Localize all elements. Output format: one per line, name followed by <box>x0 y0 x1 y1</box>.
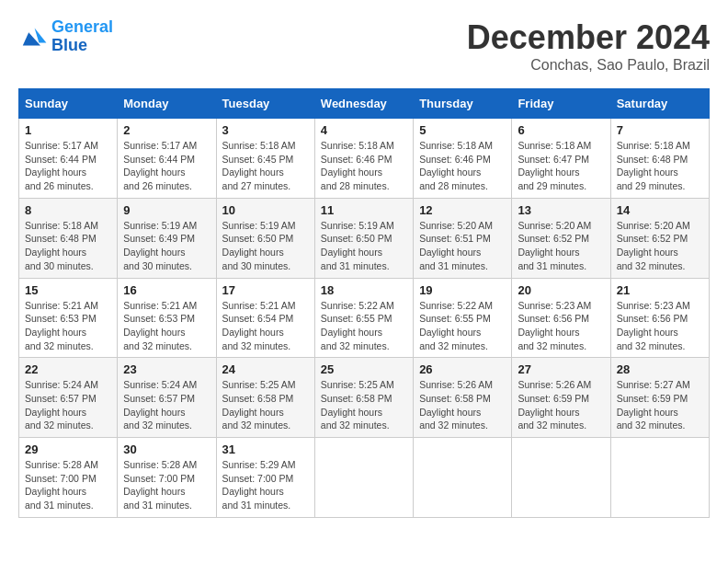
calendar-cell: 11 Sunrise: 5:19 AM Sunset: 6:50 PM Dayl… <box>314 198 413 278</box>
weekday-header-sunday: Sunday <box>19 89 118 119</box>
day-info: Sunrise: 5:20 AM Sunset: 6:52 PM Dayligh… <box>617 219 703 273</box>
weekday-header-wednesday: Wednesday <box>314 89 413 119</box>
day-number: 22 <box>25 362 111 376</box>
day-info: Sunrise: 5:18 AM Sunset: 6:48 PM Dayligh… <box>617 139 703 193</box>
day-info: Sunrise: 5:21 AM Sunset: 6:53 PM Dayligh… <box>123 299 210 353</box>
day-number: 2 <box>123 123 210 137</box>
calendar-cell: 16 Sunrise: 5:21 AM Sunset: 6:53 PM Dayl… <box>118 278 216 358</box>
calendar-cell: 15 Sunrise: 5:21 AM Sunset: 6:53 PM Dayl… <box>19 278 118 358</box>
day-number: 24 <box>222 362 309 376</box>
day-number: 27 <box>518 362 604 376</box>
day-number: 14 <box>617 203 703 217</box>
day-number: 25 <box>321 362 407 376</box>
calendar-table: SundayMondayTuesdayWednesdayThursdayFrid… <box>18 88 710 518</box>
calendar-cell: 4 Sunrise: 5:18 AM Sunset: 6:46 PM Dayli… <box>314 119 413 199</box>
calendar-cell: 21 Sunrise: 5:23 AM Sunset: 6:56 PM Dayl… <box>610 278 709 358</box>
day-info: Sunrise: 5:28 AM Sunset: 7:00 PM Dayligh… <box>123 458 210 512</box>
day-info: Sunrise: 5:24 AM Sunset: 6:57 PM Dayligh… <box>25 378 111 432</box>
day-number: 13 <box>518 203 604 217</box>
day-number: 9 <box>123 203 210 217</box>
day-number: 18 <box>321 283 407 297</box>
calendar-cell: 9 Sunrise: 5:19 AM Sunset: 6:49 PM Dayli… <box>118 198 216 278</box>
calendar-cell: 24 Sunrise: 5:25 AM Sunset: 6:58 PM Dayl… <box>216 358 314 438</box>
day-info: Sunrise: 5:26 AM Sunset: 6:59 PM Dayligh… <box>518 378 604 432</box>
calendar-cell: 25 Sunrise: 5:25 AM Sunset: 6:58 PM Dayl… <box>314 358 413 438</box>
day-info: Sunrise: 5:26 AM Sunset: 6:58 PM Dayligh… <box>419 378 506 432</box>
page-header: General Blue December 2024 Conchas, Sao … <box>18 18 710 74</box>
day-info: Sunrise: 5:24 AM Sunset: 6:57 PM Dayligh… <box>123 378 210 432</box>
calendar-cell: 23 Sunrise: 5:24 AM Sunset: 6:57 PM Dayl… <box>118 358 216 438</box>
calendar-week-5: 29 Sunrise: 5:28 AM Sunset: 7:00 PM Dayl… <box>19 438 710 518</box>
day-number: 11 <box>321 203 407 217</box>
day-info: Sunrise: 5:25 AM Sunset: 6:58 PM Dayligh… <box>222 378 309 432</box>
calendar-cell: 7 Sunrise: 5:18 AM Sunset: 6:48 PM Dayli… <box>610 119 709 199</box>
calendar-cell: 27 Sunrise: 5:26 AM Sunset: 6:59 PM Dayl… <box>512 358 610 438</box>
day-info: Sunrise: 5:18 AM Sunset: 6:47 PM Dayligh… <box>518 139 604 193</box>
calendar-cell <box>414 438 512 518</box>
location: Conchas, Sao Paulo, Brazil <box>467 57 710 74</box>
day-number: 4 <box>321 123 407 137</box>
day-number: 23 <box>123 362 210 376</box>
weekday-header-friday: Friday <box>512 89 610 119</box>
day-number: 10 <box>222 203 309 217</box>
day-info: Sunrise: 5:18 AM Sunset: 6:48 PM Dayligh… <box>25 219 111 273</box>
day-info: Sunrise: 5:27 AM Sunset: 6:59 PM Dayligh… <box>617 378 703 432</box>
day-info: Sunrise: 5:19 AM Sunset: 6:50 PM Dayligh… <box>222 219 309 273</box>
calendar-cell: 20 Sunrise: 5:23 AM Sunset: 6:56 PM Dayl… <box>512 278 610 358</box>
day-number: 3 <box>222 123 309 137</box>
calendar-cell: 5 Sunrise: 5:18 AM Sunset: 6:46 PM Dayli… <box>414 119 512 199</box>
logo-icon <box>18 22 48 52</box>
calendar-cell: 22 Sunrise: 5:24 AM Sunset: 6:57 PM Dayl… <box>19 358 118 438</box>
day-number: 1 <box>25 123 111 137</box>
weekday-header-row: SundayMondayTuesdayWednesdayThursdayFrid… <box>19 89 710 119</box>
day-number: 7 <box>617 123 703 137</box>
day-number: 8 <box>25 203 111 217</box>
title-block: December 2024 Conchas, Sao Paulo, Brazil <box>467 18 710 74</box>
calendar-cell: 30 Sunrise: 5:28 AM Sunset: 7:00 PM Dayl… <box>118 438 216 518</box>
day-info: Sunrise: 5:29 AM Sunset: 7:00 PM Dayligh… <box>222 458 309 512</box>
day-number: 20 <box>518 283 604 297</box>
logo-text: General Blue <box>51 18 113 55</box>
calendar-cell: 12 Sunrise: 5:20 AM Sunset: 6:51 PM Dayl… <box>414 198 512 278</box>
day-number: 17 <box>222 283 309 297</box>
calendar-week-1: 1 Sunrise: 5:17 AM Sunset: 6:44 PM Dayli… <box>19 119 710 199</box>
calendar-cell: 13 Sunrise: 5:20 AM Sunset: 6:52 PM Dayl… <box>512 198 610 278</box>
day-number: 12 <box>419 203 506 217</box>
calendar-week-2: 8 Sunrise: 5:18 AM Sunset: 6:48 PM Dayli… <box>19 198 710 278</box>
calendar-week-3: 15 Sunrise: 5:21 AM Sunset: 6:53 PM Dayl… <box>19 278 710 358</box>
day-info: Sunrise: 5:25 AM Sunset: 6:58 PM Dayligh… <box>321 378 407 432</box>
day-info: Sunrise: 5:20 AM Sunset: 6:52 PM Dayligh… <box>518 219 604 273</box>
day-number: 21 <box>617 283 703 297</box>
calendar-cell: 18 Sunrise: 5:22 AM Sunset: 6:55 PM Dayl… <box>314 278 413 358</box>
day-info: Sunrise: 5:22 AM Sunset: 6:55 PM Dayligh… <box>321 299 407 353</box>
calendar-cell: 29 Sunrise: 5:28 AM Sunset: 7:00 PM Dayl… <box>19 438 118 518</box>
day-info: Sunrise: 5:18 AM Sunset: 6:46 PM Dayligh… <box>419 139 506 193</box>
day-number: 31 <box>222 442 309 456</box>
svg-marker-0 <box>35 28 47 42</box>
day-info: Sunrise: 5:19 AM Sunset: 6:50 PM Dayligh… <box>321 219 407 273</box>
weekday-header-thursday: Thursday <box>414 89 512 119</box>
day-number: 28 <box>617 362 703 376</box>
calendar-cell: 28 Sunrise: 5:27 AM Sunset: 6:59 PM Dayl… <box>610 358 709 438</box>
day-info: Sunrise: 5:19 AM Sunset: 6:49 PM Dayligh… <box>123 219 210 273</box>
calendar-cell: 8 Sunrise: 5:18 AM Sunset: 6:48 PM Dayli… <box>19 198 118 278</box>
day-info: Sunrise: 5:22 AM Sunset: 6:55 PM Dayligh… <box>419 299 506 353</box>
calendar-week-4: 22 Sunrise: 5:24 AM Sunset: 6:57 PM Dayl… <box>19 358 710 438</box>
day-info: Sunrise: 5:17 AM Sunset: 6:44 PM Dayligh… <box>123 139 210 193</box>
weekday-header-monday: Monday <box>118 89 216 119</box>
day-info: Sunrise: 5:20 AM Sunset: 6:51 PM Dayligh… <box>419 219 506 273</box>
calendar-cell <box>610 438 709 518</box>
day-number: 26 <box>419 362 506 376</box>
logo: General Blue <box>18 18 113 55</box>
calendar-cell: 14 Sunrise: 5:20 AM Sunset: 6:52 PM Dayl… <box>610 198 709 278</box>
calendar-cell: 1 Sunrise: 5:17 AM Sunset: 6:44 PM Dayli… <box>19 119 118 199</box>
day-info: Sunrise: 5:21 AM Sunset: 6:54 PM Dayligh… <box>222 299 309 353</box>
day-info: Sunrise: 5:18 AM Sunset: 6:46 PM Dayligh… <box>321 139 407 193</box>
calendar-cell <box>314 438 413 518</box>
weekday-header-saturday: Saturday <box>610 89 709 119</box>
calendar-cell <box>512 438 610 518</box>
day-number: 15 <box>25 283 111 297</box>
day-number: 19 <box>419 283 506 297</box>
calendar-cell: 17 Sunrise: 5:21 AM Sunset: 6:54 PM Dayl… <box>216 278 314 358</box>
calendar-cell: 26 Sunrise: 5:26 AM Sunset: 6:58 PM Dayl… <box>414 358 512 438</box>
